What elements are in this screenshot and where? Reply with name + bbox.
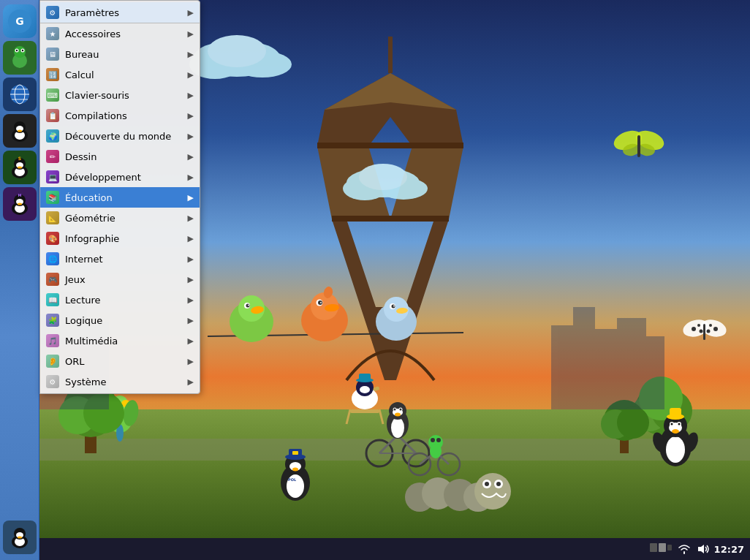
- menu-label-multimedia: Multimédia: [65, 336, 188, 347]
- taskbar-icon-supertux[interactable]: S: [3, 151, 37, 184]
- svg-rect-178: [650, 543, 657, 552]
- svg-point-132: [430, 444, 442, 458]
- svg-text:POL: POL: [288, 477, 297, 482]
- svg-point-149: [15, 50, 17, 51]
- svg-rect-2: [39, 439, 750, 461]
- svg-rect-142: [639, 336, 664, 409]
- menu-icon-compilations: 📋: [46, 109, 59, 122]
- svg-point-85: [400, 409, 402, 411]
- menu-icon-dessin: ✏: [46, 150, 59, 163]
- tray-sound-icon[interactable]: [697, 543, 710, 555]
- svg-rect-9: [317, 143, 463, 148]
- svg-point-84: [394, 409, 396, 411]
- svg-point-87: [666, 436, 685, 463]
- menu-item-developpement[interactable]: 💻 Développement ▶: [40, 167, 200, 187]
- svg-text:G: G: [15, 15, 24, 27]
- menu-icon-systeme: ⚙: [46, 375, 59, 388]
- menu-arrow-jeux: ▶: [188, 275, 194, 284]
- menu-icon-infographie: 🎨: [46, 232, 59, 245]
- svg-point-133: [431, 438, 435, 442]
- menu-arrow-logique: ▶: [188, 316, 194, 325]
- menu-icon-parametres: ⚙: [46, 6, 59, 19]
- system-time[interactable]: 12:27: [714, 544, 744, 555]
- menu-arrow-multimedia: ▶: [188, 336, 194, 346]
- svg-point-160: [18, 130, 22, 132]
- taskbar-icon-maxi[interactable]: M: [3, 187, 37, 221]
- svg-rect-180: [667, 545, 672, 550]
- menu-label-clavier: Clavier-souris: [65, 90, 188, 101]
- taskbar-icon-tux1[interactable]: [3, 114, 37, 148]
- menu-item-geometrie[interactable]: 📐 Géométrie ▶: [40, 208, 200, 228]
- svg-rect-117: [350, 409, 379, 413]
- menu-icon-multimedia: 🎵: [46, 334, 59, 347]
- svg-point-58: [393, 306, 395, 307]
- menu-item-multimedia[interactable]: 🎵 Multimédia ▶: [40, 330, 200, 351]
- menu-item-systeme[interactable]: ⚙ Système ▶: [40, 371, 200, 392]
- menu-label-logique: Logique: [65, 315, 188, 326]
- menu-label-systeme: Système: [65, 377, 188, 387]
- menu-item-compilations[interactable]: 📋 Compilations ▶: [40, 105, 200, 126]
- taskbar-icon-2[interactable]: [3, 77, 37, 111]
- menu-item-accessoires[interactable]: ★ Accessoires ▶: [40, 23, 200, 44]
- menu-label-compilations: Compilations: [65, 110, 188, 121]
- svg-point-94: [678, 423, 681, 425]
- menu-item-clavier[interactable]: ⌨ Clavier-souris ▶: [40, 85, 200, 105]
- svg-point-150: [21, 50, 23, 51]
- menu-label-internet: Internet: [65, 254, 188, 265]
- menu-icon-logique: 🧩: [46, 314, 59, 327]
- svg-point-29: [709, 324, 712, 327]
- svg-point-116: [496, 482, 501, 486]
- menu-arrow-lecture: ▶: [188, 295, 194, 305]
- svg-point-103: [292, 468, 298, 472]
- menu-label-dessin: Dessin: [65, 151, 188, 162]
- menu-item-dessin[interactable]: ✏ Dessin ▶: [40, 146, 200, 167]
- menu-label-infographie: Infographie: [65, 233, 188, 244]
- menu-label-lecture: Lecture: [65, 295, 188, 306]
- menu-arrow-education: ▶: [188, 193, 194, 203]
- svg-point-28: [713, 327, 718, 331]
- menu-item-parametres[interactable]: ⚙ Paramètres ▶: [40, 2, 200, 23]
- menu-icon-developpement: 💻: [46, 170, 59, 183]
- menu-item-bureau[interactable]: 🖥 Bureau ▶: [40, 44, 200, 64]
- menu-item-orl[interactable]: 👂 ORL ▶: [40, 351, 200, 371]
- menu-icon-decouverte: 🌍: [46, 129, 59, 143]
- menu-item-infographie[interactable]: 🎨 Infographie ▶: [40, 228, 200, 249]
- menu-icon-internet: 🌐: [46, 252, 59, 265]
- menu-item-logique[interactable]: 🧩 Logique ▶: [40, 310, 200, 330]
- menu-arrow-internet: ▶: [188, 254, 194, 264]
- taskbar-icon-1[interactable]: [3, 41, 37, 75]
- svg-text:S: S: [18, 156, 20, 161]
- taskbar-icon-logo[interactable]: G: [3, 4, 37, 38]
- tray-wifi-icon[interactable]: [678, 543, 691, 555]
- menu-item-decouverte[interactable]: 🌍 Découverte du monde ▶: [40, 126, 200, 146]
- menu-item-jeux[interactable]: 🎮 Jeux ▶: [40, 269, 200, 290]
- svg-point-165: [18, 167, 22, 169]
- menu-label-accessoires: Accessoires: [65, 29, 188, 39]
- menu-item-lecture[interactable]: 📖 Lecture ▶: [40, 290, 200, 310]
- svg-rect-126: [359, 374, 371, 381]
- menu-label-geometrie: Géométrie: [65, 213, 188, 224]
- svg-rect-22: [637, 135, 640, 157]
- menu-arrow-decouverte: ▶: [188, 132, 194, 141]
- svg-point-171: [18, 203, 22, 205]
- menu-item-education[interactable]: 📚 Éducation ▶: [40, 187, 200, 208]
- svg-text:M: M: [18, 193, 21, 197]
- menu-arrow-geometrie: ▶: [188, 213, 194, 223]
- menu-label-parametres: Paramètres: [65, 7, 188, 18]
- menu-arrow-accessoires: ▶: [188, 29, 194, 39]
- svg-point-45: [248, 305, 249, 306]
- menu-arrow-dessin: ▶: [188, 152, 194, 162]
- svg-point-115: [485, 482, 489, 486]
- svg-point-67: [617, 406, 649, 439]
- menu-arrow-compilations: ▶: [188, 111, 194, 121]
- menu-item-internet[interactable]: 🌐 Internet ▶: [40, 249, 200, 269]
- svg-marker-181: [698, 545, 704, 553]
- menu-label-developpement: Développement: [65, 172, 188, 183]
- menu-item-calcul[interactable]: 🔢 Calcul ▶: [40, 64, 200, 85]
- menu-label-orl: ORL: [65, 356, 188, 367]
- svg-point-93: [671, 423, 673, 425]
- taskbar-icon-bottom-tux[interactable]: [3, 521, 37, 554]
- menu-arrow-developpement: ▶: [188, 173, 194, 182]
- menu-label-calcul: Calcul: [65, 69, 188, 80]
- svg-point-17: [359, 164, 407, 190]
